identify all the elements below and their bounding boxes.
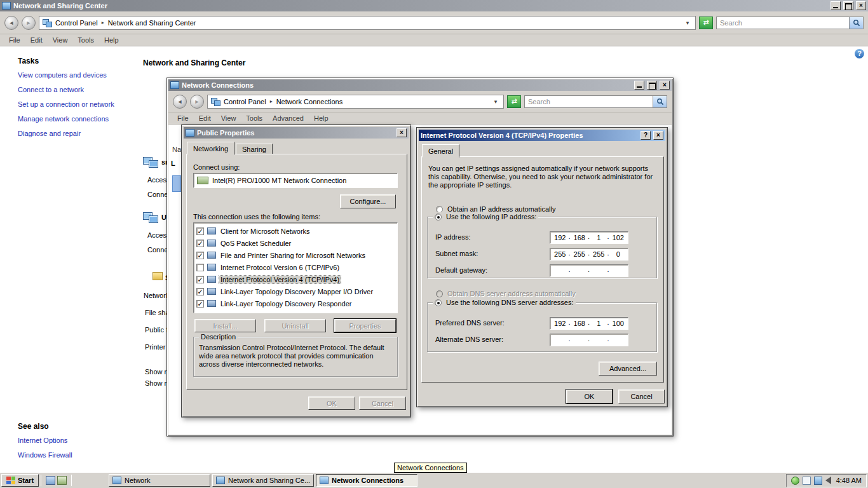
radio-icon[interactable]: [435, 214, 442, 220]
close-button[interactable]: [660, 81, 670, 90]
item-checkbox[interactable]: [196, 276, 204, 283]
menu-edit[interactable]: Edit: [25, 36, 48, 44]
default-gateway-field[interactable]: [550, 264, 628, 277]
tab-sharing[interactable]: Sharing: [236, 144, 273, 154]
menu-help[interactable]: Help: [309, 114, 334, 123]
selected-connection-fragment[interactable]: [172, 175, 181, 192]
tab-networking[interactable]: Networking: [187, 142, 234, 155]
octet[interactable]: 0: [609, 248, 628, 260]
back-button[interactable]: [4, 16, 18, 30]
radio-icon[interactable]: [435, 299, 442, 306]
list-item[interactable]: Link-Layer Topology Discovery Mapper I/O…: [195, 285, 396, 297]
connection-items-list[interactable]: Client for Microsoft Networks QoS Packet…: [193, 222, 398, 313]
see-also-internet-options[interactable]: Internet Options: [18, 437, 67, 444]
item-checkbox[interactable]: [196, 240, 204, 247]
menu-view[interactable]: View: [48, 36, 73, 44]
alternate-dns-field[interactable]: [550, 334, 628, 346]
octet[interactable]: 255: [550, 248, 570, 260]
octet[interactable]: [570, 334, 590, 346]
octet[interactable]: 192: [550, 232, 570, 243]
address-dropdown-icon[interactable]: [491, 98, 500, 105]
item-checkbox[interactable]: [196, 288, 204, 295]
breadcrumb-current[interactable]: Network and Sharing Center: [108, 19, 196, 27]
advanced-button[interactable]: Advanced...: [599, 362, 657, 376]
ok-button[interactable]: OK: [308, 396, 355, 410]
use-dns-radio[interactable]: Use the following DNS server addresses:: [433, 298, 576, 307]
item-checkbox[interactable]: [196, 227, 204, 235]
subnet-mask-field[interactable]: 255 255 255 0: [550, 248, 628, 261]
adapter-field[interactable]: Intel(R) PRO/1000 MT Network Connection: [193, 173, 398, 188]
cancel-button[interactable]: Cancel: [359, 396, 406, 410]
computer-icon[interactable]: [57, 476, 67, 485]
use-ip-radio[interactable]: Use the following IP address:: [433, 212, 538, 221]
refresh-button[interactable]: [699, 17, 713, 29]
menu-help[interactable]: Help: [99, 36, 124, 44]
list-item[interactable]: QoS Packet Scheduler: [195, 237, 396, 249]
list-item[interactable]: Client for Microsoft Networks: [195, 225, 396, 237]
properties-button[interactable]: Properties: [334, 319, 396, 332]
list-item[interactable]: Internet Protocol Version 4 (TCP/IPv4): [195, 273, 396, 285]
menu-file[interactable]: File: [4, 36, 25, 44]
octet[interactable]: 100: [609, 318, 628, 329]
octet[interactable]: 168: [570, 318, 590, 329]
network-icon[interactable]: [814, 477, 822, 485]
breadcrumb-current[interactable]: Network Connections: [276, 98, 343, 105]
status-icon[interactable]: [791, 477, 799, 485]
forward-button[interactable]: [190, 95, 204, 109]
menu-edit[interactable]: Edit: [194, 114, 216, 123]
search-button[interactable]: [653, 96, 667, 107]
address-bar[interactable]: Control Panel Network and Sharing Center: [39, 16, 696, 30]
main-window-titlebar[interactable]: Network and Sharing Center: [0, 0, 868, 11]
close-button[interactable]: [856, 1, 866, 10]
install-button[interactable]: Install...: [194, 319, 256, 332]
close-button[interactable]: [653, 131, 663, 140]
minimize-button[interactable]: [831, 1, 841, 10]
taskbar-button-network-connections[interactable]: Network Connections: [316, 474, 417, 487]
breadcrumb-root[interactable]: Control Panel: [224, 98, 266, 105]
volume-icon[interactable]: [825, 477, 831, 484]
search-box[interactable]: Search: [716, 17, 864, 29]
octet[interactable]: [609, 334, 628, 346]
task-link-manage-connections[interactable]: Manage network connections: [18, 115, 109, 123]
help-icon[interactable]: ?: [855, 49, 864, 58]
task-link-connect-network[interactable]: Connect to a network: [18, 86, 84, 93]
radio-icon[interactable]: [436, 206, 443, 213]
list-item[interactable]: Internet Protocol Version 6 (TCP/IPv6): [195, 261, 396, 273]
taskbar-button-network-sharing-center[interactable]: Network and Sharing Ce...: [212, 474, 314, 487]
ip-address-field[interactable]: 192 168 1 102: [550, 231, 628, 244]
refresh-button[interactable]: [507, 95, 521, 108]
back-button[interactable]: [173, 95, 187, 109]
task-link-diagnose-repair[interactable]: Diagnose and repair: [18, 130, 81, 137]
item-checkbox[interactable]: [196, 300, 204, 308]
octet[interactable]: 168: [570, 232, 590, 243]
ipv4-properties-titlebar[interactable]: Internet Protocol Version 4 (TCP/IPv4) P…: [419, 130, 665, 141]
preferred-dns-field[interactable]: 192 168 1 100: [550, 317, 628, 330]
octet[interactable]: [570, 265, 590, 276]
address-bar[interactable]: Control Panel Network Connections: [207, 95, 504, 109]
list-item[interactable]: File and Printer Sharing for Microsoft N…: [195, 249, 396, 261]
cancel-button[interactable]: Cancel: [618, 390, 665, 403]
octet[interactable]: [550, 265, 570, 276]
taskbar-button-network[interactable]: Network: [109, 474, 210, 487]
address-dropdown-icon[interactable]: [683, 20, 692, 26]
maximize-button[interactable]: [843, 1, 853, 10]
context-help-button[interactable]: [641, 131, 651, 140]
search-box[interactable]: Search: [524, 95, 667, 108]
minimize-button[interactable]: [634, 81, 644, 90]
see-also-windows-firewall[interactable]: Windows Firewall: [18, 451, 72, 459]
desktop-icon[interactable]: [46, 476, 55, 485]
item-checkbox[interactable]: [196, 264, 204, 271]
close-button[interactable]: [397, 128, 407, 137]
tab-general[interactable]: General: [422, 144, 459, 158]
octet[interactable]: [550, 334, 570, 346]
octet[interactable]: 255: [570, 248, 590, 260]
public-properties-titlebar[interactable]: Public Properties: [184, 127, 409, 139]
uninstall-button[interactable]: Uninstall: [264, 319, 326, 332]
task-link-setup-connection[interactable]: Set up a connection or network: [18, 100, 114, 108]
task-link-view-computers[interactable]: View computers and devices: [18, 71, 107, 79]
breadcrumb-root[interactable]: Control Panel: [55, 19, 98, 27]
search-button[interactable]: [849, 17, 863, 29]
octet[interactable]: 255: [589, 248, 609, 260]
octet[interactable]: [609, 265, 628, 276]
menu-file[interactable]: File: [172, 114, 194, 123]
